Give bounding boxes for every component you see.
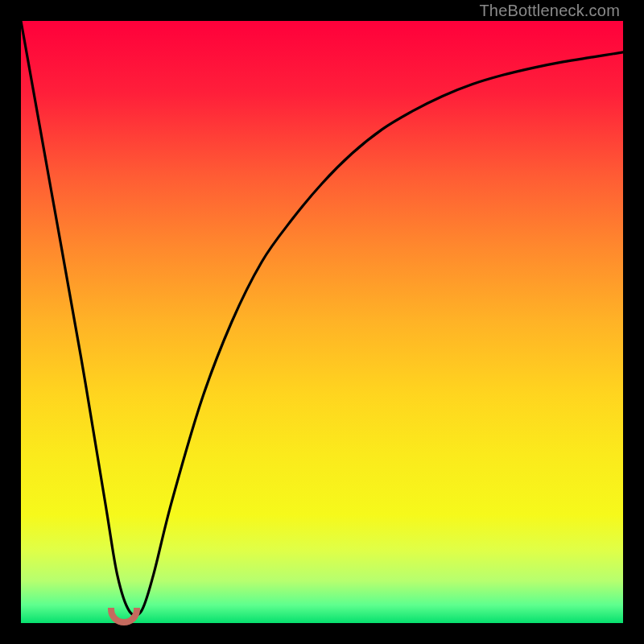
attribution-text: TheBottleneck.com [479,2,620,20]
bottleneck-curve [21,21,623,623]
chart-plot-area [21,21,623,623]
